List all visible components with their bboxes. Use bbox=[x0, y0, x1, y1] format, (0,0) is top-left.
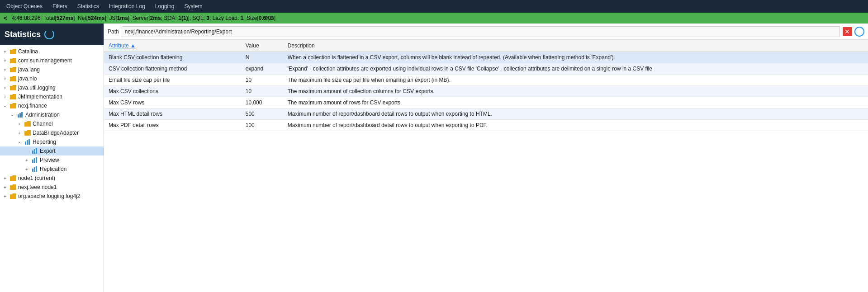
path-clear-button[interactable]: ✕ bbox=[843, 27, 852, 36]
table-row[interactable]: Email file size cap per file10The maximu… bbox=[104, 75, 868, 86]
tree-item-Reporting[interactable]: -Reporting bbox=[0, 137, 104, 146]
back-button[interactable]: < bbox=[4, 14, 7, 22]
svg-rect-3 bbox=[25, 141, 26, 145]
cell-attribute: Max PDF detail rows bbox=[104, 120, 241, 131]
expander-icon[interactable]: + bbox=[2, 94, 8, 100]
chart-icon bbox=[31, 147, 38, 155]
table-row[interactable]: Max CSV rows10,000The maximum amount of … bbox=[104, 97, 868, 108]
folder-icon bbox=[9, 184, 17, 191]
tree-item-catalina[interactable]: +Catalina bbox=[0, 47, 104, 56]
svg-rect-5 bbox=[28, 139, 30, 145]
cell-attribute: Max CSV rows bbox=[104, 97, 241, 108]
tree-item-label: JMImplementation bbox=[18, 94, 62, 100]
tree-item-Administration[interactable]: -Administration bbox=[0, 110, 104, 119]
tree-item-Preview[interactable]: +Preview bbox=[0, 155, 104, 165]
expander-icon[interactable]: + bbox=[16, 130, 23, 136]
cell-value: 500 bbox=[241, 108, 283, 120]
tree-item-nexj.finance[interactable]: -nexj.finance bbox=[0, 101, 104, 110]
menu-logging[interactable]: Logging bbox=[151, 1, 179, 11]
menu-integration-log[interactable]: Integration Log bbox=[104, 1, 150, 11]
expander-icon[interactable]: + bbox=[2, 66, 8, 73]
path-refresh-icon[interactable] bbox=[854, 27, 864, 37]
cell-description: The maximum amount of rows for CSV expor… bbox=[283, 97, 868, 108]
sidebar-header: Statistics bbox=[0, 24, 104, 45]
data-table: Attribute ▲ Value Description Blank CSV … bbox=[104, 40, 868, 292]
expander-icon[interactable]: + bbox=[2, 175, 8, 181]
menu-statistics[interactable]: Statistics bbox=[73, 1, 104, 11]
tree-item-label: Reporting bbox=[33, 139, 56, 145]
sidebar-title: Statistics bbox=[5, 30, 41, 39]
expander-icon[interactable]: + bbox=[24, 166, 30, 172]
cell-value: N bbox=[241, 52, 283, 63]
svg-rect-6 bbox=[32, 151, 33, 154]
chart-icon bbox=[31, 165, 38, 173]
folder-icon bbox=[24, 120, 31, 127]
expander-icon[interactable] bbox=[24, 148, 30, 154]
expander-icon[interactable]: + bbox=[16, 121, 23, 127]
tree-item-java.util.logging[interactable]: +java.util.logging bbox=[0, 83, 104, 92]
folder-icon bbox=[9, 174, 17, 182]
expander-icon[interactable]: - bbox=[9, 112, 15, 118]
expander-icon[interactable]: + bbox=[2, 57, 8, 64]
tree-item-java.lang[interactable]: +java.lang bbox=[0, 65, 104, 74]
tree-item-Export[interactable]: Export bbox=[0, 146, 104, 155]
sidebar-refresh-icon[interactable] bbox=[44, 29, 54, 39]
expander-icon[interactable]: - bbox=[16, 139, 23, 145]
cell-description: Maximum number of report/dashboard detai… bbox=[283, 120, 868, 131]
tree-item-label: java.nio bbox=[18, 75, 37, 82]
table-row[interactable]: Max HTML detail rows500Maximum number of… bbox=[104, 108, 868, 120]
expander-icon[interactable]: + bbox=[24, 157, 30, 163]
tree-item-label: Preview bbox=[40, 157, 59, 163]
svg-rect-2 bbox=[21, 112, 23, 118]
table-row[interactable]: CSV collection flattening methodexpand'E… bbox=[104, 63, 868, 75]
column-attribute[interactable]: Attribute ▲ bbox=[104, 40, 241, 52]
column-value: Value bbox=[241, 40, 283, 52]
tree-item-label: org.apache.logging.log4j2 bbox=[18, 193, 80, 199]
expander-icon[interactable]: + bbox=[2, 48, 8, 55]
tree-item-Replication2[interactable]: +Replication bbox=[0, 165, 104, 174]
tree-item-com.sun.management[interactable]: +com.sun.management bbox=[0, 56, 104, 65]
cell-attribute: Email file size cap per file bbox=[104, 75, 241, 86]
table-row[interactable]: Max CSV collections10The maximum amount … bbox=[104, 86, 868, 97]
svg-rect-4 bbox=[27, 140, 28, 145]
tree-item-JMImplementation[interactable]: +JMImplementation bbox=[0, 92, 104, 101]
tree-item-label: DataBridgeAdapter bbox=[33, 130, 79, 136]
menu-bar: Object Queues Filters Statistics Integra… bbox=[0, 0, 868, 13]
tree-item-DataBridgeAdapter[interactable]: +DataBridgeAdapter bbox=[0, 128, 104, 137]
expander-icon[interactable]: + bbox=[2, 85, 8, 91]
folder-icon bbox=[9, 93, 17, 100]
menu-object-queues[interactable]: Object Queues bbox=[2, 1, 47, 11]
svg-rect-11 bbox=[36, 157, 37, 163]
cell-value: expand bbox=[241, 63, 283, 75]
cell-description: The maximum file size cap per file when … bbox=[283, 75, 868, 86]
svg-rect-12 bbox=[32, 169, 33, 172]
tree-item-label: nexj.finance bbox=[18, 103, 47, 109]
tree-item-label: com.sun.management bbox=[18, 57, 72, 64]
menu-system[interactable]: System bbox=[180, 1, 207, 11]
folder-icon bbox=[9, 57, 17, 64]
tree-item-label: Channel bbox=[33, 121, 53, 127]
path-input[interactable] bbox=[122, 26, 840, 37]
tree-item-label: Administration bbox=[25, 112, 60, 118]
folder-icon bbox=[9, 66, 17, 73]
chart-icon bbox=[24, 138, 31, 146]
tree-item-node1[interactable]: +node1 (current) bbox=[0, 174, 104, 183]
menu-filters[interactable]: Filters bbox=[48, 1, 72, 11]
tree-item-org.apache.logging.log4j2[interactable]: +org.apache.logging.log4j2 bbox=[0, 192, 104, 201]
cell-description: Maximum number of report/dashboard detai… bbox=[283, 108, 868, 120]
expander-icon[interactable]: + bbox=[2, 184, 8, 190]
cell-attribute: CSV collection flattening method bbox=[104, 63, 241, 75]
table-row[interactable]: Max PDF detail rows100Maximum number of … bbox=[104, 120, 868, 131]
content-area: Path ✕ Attribute ▲ Value Description Bla… bbox=[104, 24, 868, 292]
tree-item-Channel[interactable]: +Channel bbox=[0, 119, 104, 128]
cell-value: 10 bbox=[241, 75, 283, 86]
expander-icon[interactable]: - bbox=[2, 103, 8, 109]
expander-icon[interactable]: + bbox=[2, 193, 8, 199]
table-row[interactable]: Blank CSV collection flatteningNWhen a c… bbox=[104, 52, 868, 63]
tree-item-nexj.teee.node1[interactable]: +nexj.teee.node1 bbox=[0, 183, 104, 192]
tree-item-java.nio[interactable]: +java.nio bbox=[0, 74, 104, 83]
cell-description: When a collection is flattened in a CSV … bbox=[283, 52, 868, 63]
expander-icon[interactable]: + bbox=[2, 75, 8, 82]
cell-value: 10,000 bbox=[241, 97, 283, 108]
cell-description: The maximum amount of collection columns… bbox=[283, 86, 868, 97]
